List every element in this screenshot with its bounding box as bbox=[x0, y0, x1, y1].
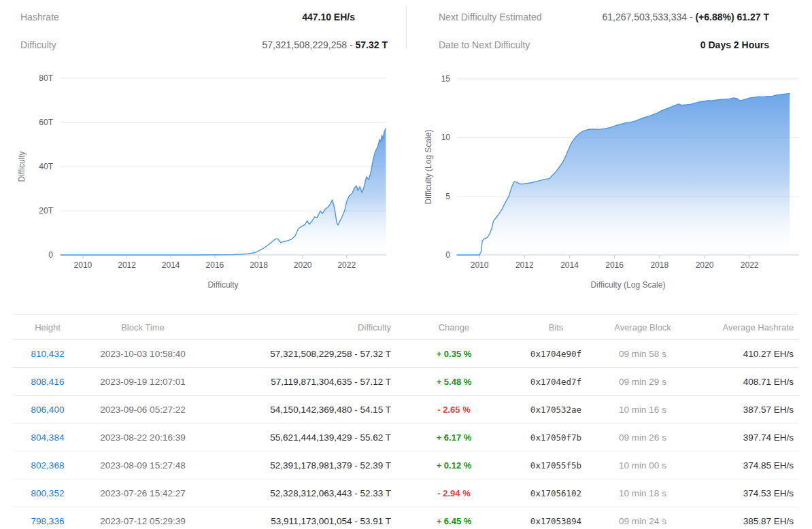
table-row: 810,4322023-10-03 10:58:4057,321,508,229… bbox=[14, 340, 798, 368]
difficulty-cell: 52,328,312,063,443 - 52.33 T bbox=[204, 479, 401, 507]
table-row: 802,3682023-08-09 15:27:4852,391,178,981… bbox=[14, 451, 798, 479]
svg-text:2020: 2020 bbox=[294, 260, 312, 270]
average-block-cell: 09 min 24 s bbox=[605, 507, 680, 529]
column-header-bits: Bits bbox=[507, 315, 605, 340]
height-cell: 800,352 bbox=[14, 479, 82, 507]
svg-text:40T: 40T bbox=[39, 162, 53, 171]
column-header-difficulty: Difficulty bbox=[204, 315, 401, 340]
difficulty-cell: 57,321,508,229,258 - 57.32 T bbox=[204, 340, 401, 368]
column-header-average-hashrate: Average Hashrate bbox=[680, 315, 798, 340]
svg-text:10: 10 bbox=[441, 133, 451, 142]
block-time-cell: 2023-08-09 15:27:48 bbox=[82, 451, 204, 479]
svg-text:2014: 2014 bbox=[162, 260, 180, 270]
average-block-cell: 09 min 26 s bbox=[605, 424, 680, 451]
bits-cell: 0x17053894 bbox=[507, 507, 605, 529]
average-hashrate-cell: 397.74 EH/s bbox=[680, 424, 798, 451]
table-row: 808,4162023-09-19 12:07:0157,119,871,304… bbox=[14, 368, 798, 396]
hashrate-stat: Hashrate 447.10 EH/s bbox=[20, 10, 388, 24]
table-header-row: Height Block Time Difficulty Change Bits… bbox=[14, 315, 798, 340]
difficulty-history-table: Height Block Time Difficulty Change Bits… bbox=[14, 314, 798, 529]
bits-cell: 0x1704e90f bbox=[507, 340, 605, 368]
svg-text:0: 0 bbox=[48, 250, 53, 260]
height-link[interactable]: 808,416 bbox=[31, 377, 65, 387]
difficulty-cell: 53,911,173,001,054 - 53.91 T bbox=[204, 507, 401, 529]
svg-text:15: 15 bbox=[441, 74, 451, 84]
average-block-cell: 09 min 58 s bbox=[605, 340, 680, 368]
block-time-cell: 2023-10-03 10:58:40 bbox=[82, 340, 204, 368]
table-row: 804,3842023-08-22 20:16:3955,621,444,139… bbox=[14, 424, 798, 451]
svg-text:20T: 20T bbox=[39, 206, 53, 216]
difficulty-cell: 55,621,444,139,429 - 55.62 T bbox=[204, 424, 401, 451]
svg-text:2014: 2014 bbox=[560, 260, 579, 270]
block-time-cell: 2023-07-12 05:29:39 bbox=[82, 507, 204, 529]
table-body: 810,4322023-10-03 10:58:4057,321,508,229… bbox=[14, 340, 798, 529]
change-cell: + 6.17 % bbox=[401, 424, 507, 451]
date-to-next-difficulty-value: 0 Days 2 Hours bbox=[700, 37, 769, 52]
average-hashrate-cell: 374.53 EH/s bbox=[680, 479, 798, 507]
change-cell: - 2.65 % bbox=[401, 396, 507, 424]
difficulty-log-chart[interactable]: 0510152010201220142016201820202022Diffic… bbox=[406, 68, 812, 307]
svg-text:2020: 2020 bbox=[696, 260, 714, 270]
svg-text:Difficulty (Log Scale): Difficulty (Log Scale) bbox=[591, 280, 666, 290]
svg-text:80T: 80T bbox=[39, 73, 53, 83]
average-block-cell: 10 min 18 s bbox=[605, 479, 680, 507]
difficulty-page: Hashrate 447.10 EH/s Difficulty 57,321,5… bbox=[0, 0, 812, 529]
height-link[interactable]: 802,368 bbox=[31, 460, 65, 471]
next-difficulty-value: 61,267,503,533,334 - (+6.88%) 61.27 T bbox=[602, 10, 769, 24]
change-cell: + 0.12 % bbox=[401, 451, 507, 479]
change-cell: + 5.48 % bbox=[401, 368, 507, 396]
svg-text:2010: 2010 bbox=[471, 260, 489, 270]
svg-text:2010: 2010 bbox=[74, 260, 92, 270]
difficulty-linear-chart-canvas[interactable]: 020T40T60T80T201020122014201620182020202… bbox=[0, 68, 406, 305]
difficulty-cell: 57,119,871,304,635 - 57.12 T bbox=[204, 368, 401, 396]
height-link[interactable]: 806,400 bbox=[31, 405, 65, 415]
average-block-cell: 09 min 29 s bbox=[605, 368, 680, 396]
column-header-block-time: Block Time bbox=[82, 315, 204, 340]
difficulty-linear-chart[interactable]: 020T40T60T80T201020122014201620182020202… bbox=[0, 68, 406, 307]
svg-text:Difficulty: Difficulty bbox=[207, 280, 238, 290]
svg-text:2016: 2016 bbox=[605, 260, 624, 270]
svg-text:2018: 2018 bbox=[250, 260, 268, 270]
difficulty-stat: Difficulty 57,321,508,229,258 - 57.32 T bbox=[20, 37, 388, 52]
svg-text:2012: 2012 bbox=[118, 260, 136, 270]
height-link[interactable]: 798,336 bbox=[31, 516, 65, 526]
bits-cell: 0x17056102 bbox=[507, 479, 605, 507]
column-header-height: Height bbox=[14, 315, 82, 340]
height-cell: 810,432 bbox=[14, 340, 82, 368]
change-cell: + 6.45 % bbox=[401, 507, 507, 529]
block-time-cell: 2023-09-06 05:27:22 bbox=[82, 396, 204, 424]
table-row: 806,4002023-09-06 05:27:2254,150,142,369… bbox=[14, 396, 798, 424]
average-hashrate-cell: 410.27 EH/s bbox=[680, 340, 798, 368]
next-difficulty-label: Next Difficulty Estimated bbox=[439, 10, 541, 24]
svg-text:60T: 60T bbox=[39, 118, 53, 127]
bits-cell: 0x170532ae bbox=[507, 396, 605, 424]
average-hashrate-cell: 385.87 EH/s bbox=[680, 507, 798, 529]
height-cell: 798,336 bbox=[14, 507, 82, 529]
block-time-cell: 2023-08-22 20:16:39 bbox=[82, 424, 204, 451]
table-row: 800,3522023-07-26 15:42:2752,328,312,063… bbox=[14, 479, 798, 507]
date-to-next-difficulty-label: Date to Next Difficulty bbox=[439, 37, 530, 52]
height-link[interactable]: 810,432 bbox=[31, 349, 65, 359]
difficulty-cell: 52,391,178,981,379 - 52.39 T bbox=[204, 451, 401, 479]
table-row: 798,3362023-07-12 05:29:3953,911,173,001… bbox=[14, 507, 798, 529]
svg-text:0: 0 bbox=[445, 250, 450, 260]
difficulty-label: Difficulty bbox=[20, 37, 56, 52]
svg-text:2022: 2022 bbox=[337, 260, 356, 270]
height-cell: 804,384 bbox=[14, 424, 82, 451]
height-cell: 808,416 bbox=[14, 368, 82, 396]
hashrate-label: Hashrate bbox=[20, 10, 59, 24]
difficulty-value: 57,321,508,229,258 - 57.32 T bbox=[263, 37, 388, 52]
svg-text:2016: 2016 bbox=[206, 260, 224, 270]
height-cell: 806,400 bbox=[14, 396, 82, 424]
svg-text:Difficulty (Log Scale): Difficulty (Log Scale) bbox=[424, 130, 433, 205]
svg-text:2018: 2018 bbox=[650, 260, 669, 270]
difficulty-log-chart-canvas[interactable]: 0510152010201220142016201820202022Diffic… bbox=[406, 68, 812, 305]
bits-cell: 0x17050f7b bbox=[507, 424, 605, 451]
svg-text:Difficulty: Difficulty bbox=[17, 151, 27, 182]
average-hashrate-cell: 408.71 EH/s bbox=[680, 368, 798, 396]
height-link[interactable]: 800,352 bbox=[31, 488, 65, 498]
difficulty-cell: 54,150,142,369,480 - 54.15 T bbox=[204, 396, 401, 424]
average-hashrate-cell: 387.57 EH/s bbox=[680, 396, 798, 424]
charts-section: 020T40T60T80T201020122014201620182020202… bbox=[0, 68, 812, 306]
height-link[interactable]: 804,384 bbox=[31, 432, 65, 443]
